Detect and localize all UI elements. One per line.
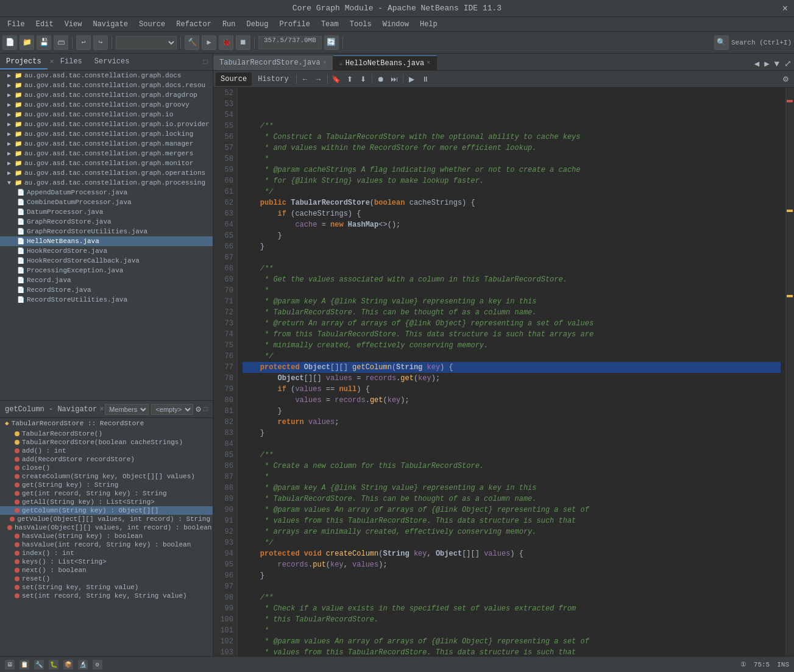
menu-help[interactable]: Help: [415, 19, 442, 30]
tree-item[interactable]: ▶ 📁au.gov.asd.tac.constellation.graph.do…: [0, 80, 213, 90]
menu-edit[interactable]: Edit: [31, 19, 58, 30]
tab-tabularrecordstore[interactable]: TabularRecordStore.java ×: [213, 55, 333, 70]
next-bookmark-btn[interactable]: ⬇: [357, 73, 369, 85]
tree-item[interactable]: 📄RecordStore.java: [0, 285, 213, 295]
tree-item[interactable]: 📄GraphRecordStore.java: [0, 217, 213, 227]
menu-view[interactable]: View: [60, 19, 87, 30]
nav-list-item[interactable]: hasValue(Object[][] values, int record) …: [0, 523, 213, 532]
prev-bookmark-btn[interactable]: ⬆: [344, 73, 356, 85]
status-icon-4[interactable]: 🐛: [49, 660, 58, 670]
undo-btn[interactable]: ↩: [76, 35, 91, 50]
history-tab[interactable]: History: [253, 73, 293, 86]
tree-item[interactable]: 📄ProcessingException.java: [0, 266, 213, 275]
new-file-btn[interactable]: 📄: [2, 35, 17, 50]
tree-item[interactable]: ▶ 📁au.gov.asd.tac.constellation.graph.gr…: [0, 100, 213, 110]
back-btn[interactable]: ←: [299, 73, 311, 85]
tree-item[interactable]: 📄RecordStoreUtilities.java: [0, 295, 213, 305]
nav-panel-close[interactable]: □: [204, 405, 208, 414]
filter-combo[interactable]: <empty>: [151, 404, 193, 415]
menu-team[interactable]: Team: [316, 19, 344, 30]
tree-item[interactable]: 📄AppendDatumProcessor.java: [0, 188, 213, 197]
search-btn[interactable]: 🔍: [714, 35, 729, 50]
memory-indicator[interactable]: 357.5/737.0MB: [258, 36, 322, 49]
toggle-bookmark-btn[interactable]: 🔖: [330, 73, 342, 85]
scroll-tabs-right[interactable]: ▶: [762, 57, 771, 70]
status-icon-2[interactable]: 📋: [19, 660, 29, 670]
nav-list-item[interactable]: set(String key, String value): [0, 583, 213, 592]
tree-item[interactable]: ▶ 📁au.gov.asd.tac.constellation.graph.do…: [0, 71, 213, 80]
nav-list-item[interactable]: TabularRecordStore(boolean cacheStrings): [0, 438, 213, 447]
pause-btn[interactable]: ⏸: [419, 73, 431, 85]
maximize-editor[interactable]: ⤢: [782, 57, 794, 70]
settings-btn[interactable]: ⚙: [779, 73, 792, 85]
config-combo[interactable]: [116, 36, 177, 49]
panel-close-btn[interactable]: □: [199, 58, 213, 66]
menu-tools[interactable]: Tools: [345, 19, 377, 30]
status-icon-5[interactable]: 📦: [63, 660, 73, 670]
tree-item[interactable]: 📄HelloNetBeans.java: [0, 236, 213, 246]
tab-hellonetbeans[interactable]: ☕ HelloNetBeans.java ×: [333, 55, 438, 70]
projects-tab[interactable]: Projects: [0, 55, 48, 69]
tree-item[interactable]: ▶ 📁au.gov.asd.tac.constellation.graph.io…: [0, 119, 213, 129]
tree-item[interactable]: 📄DatumProcessor.java: [0, 207, 213, 217]
menu-debug[interactable]: Debug: [241, 19, 273, 30]
toggle-breakpoint-btn[interactable]: ⏺: [375, 73, 387, 85]
menu-source[interactable]: Source: [134, 19, 170, 30]
menu-file[interactable]: File: [2, 19, 30, 30]
tree-item[interactable]: 📄Record.java: [0, 275, 213, 285]
nav-list-item[interactable]: index() : int: [0, 549, 213, 557]
run-btn[interactable]: ▶: [202, 35, 216, 50]
projects-tab-close[interactable]: ×: [50, 58, 54, 66]
tree-item[interactable]: ▶ 📁au.gov.asd.tac.constellation.graph.op…: [0, 168, 213, 178]
tree-item[interactable]: 📄HookRecordStoreCallback.java: [0, 256, 213, 266]
nav-settings-btn[interactable]: ⚙: [196, 404, 200, 414]
nav-list-item[interactable]: reset(): [0, 575, 213, 583]
forward-btn[interactable]: →: [313, 73, 325, 85]
tab-tabularrecordstore-close[interactable]: ×: [323, 60, 327, 66]
nav-list-item[interactable]: get(String key) : String: [0, 481, 213, 489]
gc-btn[interactable]: 🔄: [324, 35, 339, 50]
save-all-btn[interactable]: 🗃: [54, 35, 68, 50]
tab-dropdown[interactable]: ▼: [772, 58, 782, 70]
tree-item[interactable]: ▶ 📁au.gov.asd.tac.constellation.graph.mo…: [0, 158, 213, 168]
tree-item[interactable]: ▶ 📁au.gov.asd.tac.constellation.graph.me…: [0, 149, 213, 158]
tree-item[interactable]: 📄CombineDatumProcessor.java: [0, 197, 213, 207]
close-button[interactable]: ×: [782, 4, 788, 15]
tree-item[interactable]: ▶ 📁au.gov.asd.tac.constellation.graph.dr…: [0, 90, 213, 100]
code-content[interactable]: /** * Construct a TabularRecordStore wit…: [238, 88, 785, 656]
navigator-close[interactable]: ×: [99, 405, 104, 414]
step-btn[interactable]: ⏭: [388, 73, 400, 85]
status-icon-3[interactable]: 🔧: [34, 660, 44, 670]
tree-item[interactable]: 📄GraphRecordStoreUtilities.java: [0, 227, 213, 236]
files-tab[interactable]: Files: [54, 55, 88, 69]
services-tab[interactable]: Services: [88, 55, 136, 69]
source-tab[interactable]: Source: [216, 73, 252, 86]
menu-window[interactable]: Window: [378, 19, 414, 30]
menu-navigate[interactable]: Navigate: [88, 19, 133, 30]
open-btn[interactable]: 📁: [19, 35, 34, 50]
nav-list-item[interactable]: getColumn(String key) : Object[][]: [0, 506, 213, 515]
redo-btn[interactable]: ↪: [93, 35, 108, 50]
status-icon-6[interactable]: 🔬: [78, 660, 88, 670]
nav-list-item[interactable]: close(): [0, 464, 213, 472]
scroll-tabs-left[interactable]: ◀: [752, 57, 762, 70]
nav-list-item[interactable]: hasValue(String key) : boolean: [0, 532, 213, 540]
tree-item[interactable]: 📄HookRecordStore.java: [0, 246, 213, 256]
members-combo[interactable]: Members: [105, 404, 149, 415]
nav-list-item[interactable]: keys() : List<String>: [0, 557, 213, 566]
tab-hellonetbeans-close[interactable]: ×: [427, 60, 430, 66]
nav-list-item[interactable]: add() : int: [0, 447, 213, 455]
nav-list-item[interactable]: getAll(String key) : List<String>: [0, 498, 213, 506]
nav-list-item[interactable]: createColumn(String key, Object[][] valu…: [0, 472, 213, 481]
run-to-cursor-btn[interactable]: ▶: [406, 73, 418, 85]
menu-run[interactable]: Run: [218, 19, 241, 30]
nav-list-item[interactable]: get(int record, String key) : String: [0, 489, 213, 498]
nav-list-item[interactable]: add(RecordStore recordStore): [0, 455, 213, 464]
debug-btn[interactable]: 🐞: [219, 35, 233, 50]
menu-profile[interactable]: Profile: [275, 19, 315, 30]
nav-list-item[interactable]: hasValue(int record, String key) : boole…: [0, 540, 213, 549]
status-icon-7[interactable]: ⚙: [93, 660, 102, 670]
tree-item[interactable]: ▶ 📁au.gov.asd.tac.constellation.graph.io: [0, 110, 213, 119]
save-btn[interactable]: 💾: [37, 35, 51, 50]
status-icon-1[interactable]: 🖥: [5, 660, 15, 670]
